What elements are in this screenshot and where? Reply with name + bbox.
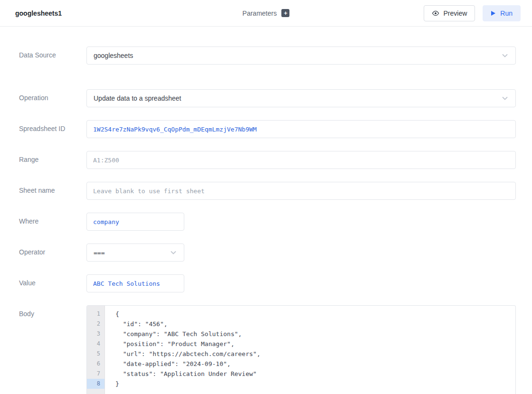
operation-label: Operation [19,89,86,102]
header-actions: Preview Run [424,5,521,21]
field-row-spreadsheet-id: Spreadsheet ID [19,120,532,138]
body-code-editor[interactable]: 1 2 3 4 5 6 7 8 { "id": "456", "company"… [86,305,516,394]
eye-icon [432,9,439,17]
line-number: 6 [87,359,104,369]
body-label: Body [19,305,86,318]
line-number: 3 [87,329,104,339]
field-row-body: Body 1 2 3 4 5 6 7 8 { "id": "456", "com… [19,305,532,394]
field-row-where: Where [19,213,532,231]
code-content[interactable]: { "id": "456", "company": "ABC Tech Solu… [105,306,515,394]
query-editor-form: Data Source googlesheets Operation Updat… [0,27,532,394]
run-button-label: Run [500,9,513,17]
spreadsheet-id-input[interactable] [86,120,516,138]
where-input[interactable] [86,213,184,231]
field-row-operator: Operator === [19,244,532,262]
data-source-label: Data Source [19,47,86,59]
line-number-active: 8 [87,379,104,389]
line-number: 1 [87,309,104,319]
field-row-operation: Operation Update data to a spreadsheet [19,89,532,107]
sheet-name-input[interactable] [86,182,516,200]
parameters-group: Parameters + [242,9,289,17]
code-line: "url": "https://abctech.com/careers", [115,349,515,359]
code-line: "date-applied": "2024-09-10", [115,359,515,369]
line-number: 2 [87,319,104,329]
sheet-name-label: Sheet name [19,182,86,194]
data-source-select[interactable]: googlesheets [86,47,516,65]
code-line: } [115,379,515,389]
code-line: "id": "456", [115,319,515,329]
run-button[interactable]: Run [483,5,521,21]
spreadsheet-id-label: Spreadsheet ID [19,120,86,132]
operator-select[interactable]: === [86,244,184,262]
data-source-value: googlesheets [94,52,133,59]
operator-label: Operator [19,244,86,256]
add-parameter-button[interactable]: + [282,9,290,17]
line-number-gutter: 1 2 3 4 5 6 7 8 [87,306,105,394]
where-label: Where [19,213,86,225]
field-row-range: Range [19,151,532,169]
line-number: 7 [87,369,104,379]
code-line: "status": "Application Under Review" [115,369,515,379]
chevron-down-icon [170,249,177,256]
field-row-sheet-name: Sheet name [19,182,532,200]
operator-value: === [94,249,104,256]
range-input[interactable] [86,151,516,169]
range-label: Range [19,151,86,163]
chevron-down-icon [501,94,509,102]
chevron-down-icon [501,52,509,59]
field-row-value: Value [19,274,532,292]
operation-value: Update data to a spreadsheet [94,94,181,102]
top-bar: googlesheets1 Parameters + Preview Run [0,0,532,27]
field-row-data-source: Data Source googlesheets [19,47,532,65]
line-number: 4 [87,339,104,349]
value-input[interactable] [86,274,184,292]
code-line: { [115,309,515,319]
page-title: googlesheets1 [15,9,62,17]
code-line: "company": "ABC Tech Solutions", [115,329,515,339]
parameters-label: Parameters [242,9,276,17]
preview-button-label: Preview [444,9,467,17]
value-label: Value [19,274,86,287]
operation-select[interactable]: Update data to a spreadsheet [86,89,516,107]
line-number: 5 [87,349,104,359]
code-line: "position": "Product Manager", [115,339,515,349]
preview-button[interactable]: Preview [424,5,475,21]
play-icon [491,10,496,16]
